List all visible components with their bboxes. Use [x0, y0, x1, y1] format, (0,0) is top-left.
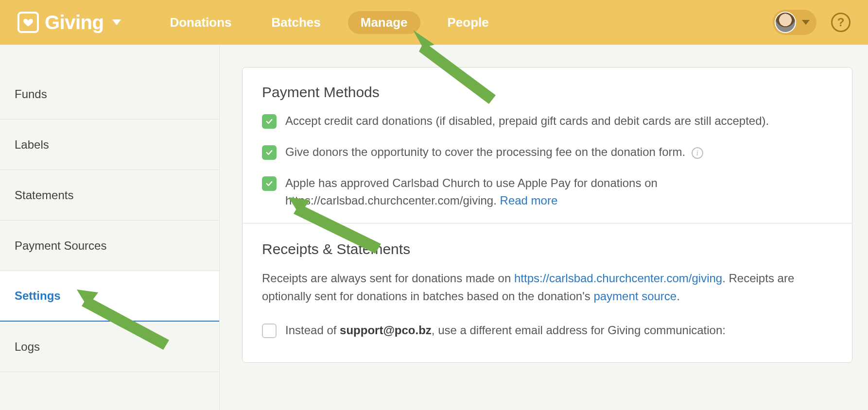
checkbox-custom-reply-email[interactable]: [262, 324, 277, 338]
chevron-down-icon: [112, 19, 121, 25]
checkbox-cover-processing-fee[interactable]: [262, 145, 277, 160]
sidebar-item-label: Settings: [15, 289, 61, 303]
sidebar-item-funds[interactable]: Funds: [0, 69, 219, 120]
sidebar-item-labels[interactable]: Labels: [0, 120, 219, 170]
brand-name: Giving: [45, 12, 104, 34]
nav-manage[interactable]: Manage: [348, 11, 420, 34]
nav-batches[interactable]: Batches: [259, 11, 333, 34]
sidebar-item-label: Statements: [15, 188, 73, 202]
option-label: Accept credit card donations (if disable…: [285, 112, 769, 130]
sidebar: Funds Labels Statements Payment Sources …: [0, 45, 220, 410]
option-accept-credit-cards: Accept credit card donations (if disable…: [262, 112, 833, 130]
sidebar-item-label: Logs: [15, 340, 40, 354]
top-bar: Giving Donations Batches Manage People ?: [0, 0, 868, 45]
option-label: Instead of support@pco.bz, use a differe…: [285, 322, 726, 339]
section-title-receipts: Receipts & Statements: [262, 241, 833, 257]
main-content: Payment Methods Accept credit card donat…: [220, 45, 868, 410]
nav-donations[interactable]: Donations: [157, 11, 244, 34]
option-label: Give donors the opportunity to cover the…: [285, 143, 703, 161]
apple-pay-read-more-link[interactable]: Read more: [500, 194, 558, 207]
payment-source-link[interactable]: payment source: [593, 290, 677, 303]
option-apple-pay: Apple has approved Carlsbad Church to us…: [262, 174, 833, 209]
body: Funds Labels Statements Payment Sources …: [0, 45, 868, 410]
sidebar-item-label: Labels: [15, 138, 49, 152]
sidebar-item-logs[interactable]: Logs: [0, 322, 219, 372]
sidebar-item-payment-sources[interactable]: Payment Sources: [0, 221, 219, 271]
settings-card: Payment Methods Accept credit card donat…: [242, 67, 852, 363]
checkbox-accept-credit-cards[interactable]: [262, 114, 277, 129]
option-custom-reply-email: Instead of support@pco.bz, use a differe…: [262, 322, 833, 339]
receipts-paragraph: Receipts are always sent for donations m…: [262, 269, 833, 305]
avatar: [775, 12, 796, 33]
church-center-link[interactable]: https://carlsbad.churchcenter.com/giving: [514, 272, 722, 285]
sidebar-item-statements[interactable]: Statements: [0, 170, 219, 221]
sidebar-item-label: Funds: [15, 87, 47, 101]
checkbox-apple-pay[interactable]: [262, 176, 277, 191]
giving-logo-icon: [17, 12, 39, 33]
brand-switcher[interactable]: Giving: [17, 12, 121, 34]
nav-people[interactable]: People: [435, 11, 502, 34]
topbar-right: ?: [773, 0, 851, 45]
option-cover-processing-fee: Give donors the opportunity to cover the…: [262, 143, 833, 161]
section-title-payment-methods: Payment Methods: [262, 84, 833, 101]
user-menu[interactable]: [773, 10, 816, 35]
top-nav: Donations Batches Manage People: [157, 11, 501, 34]
option-label: Apple has approved Carlsbad Church to us…: [285, 174, 833, 209]
sidebar-item-label: Payment Sources: [15, 239, 106, 253]
sidebar-item-settings[interactable]: Settings: [0, 271, 219, 322]
chevron-down-icon: [802, 20, 810, 25]
info-icon[interactable]: i: [692, 147, 703, 159]
section-divider: [243, 223, 852, 223]
help-button[interactable]: ?: [831, 13, 851, 32]
